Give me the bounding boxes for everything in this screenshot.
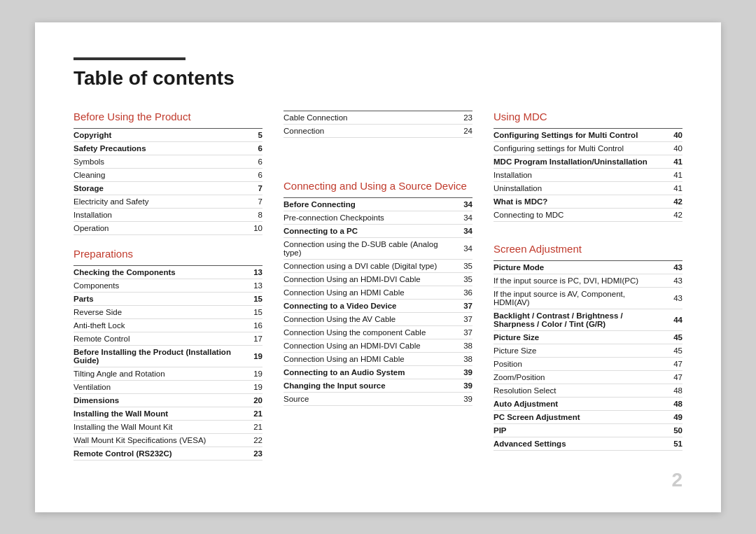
toc-label: Installing the Wall Mount Kit [74, 420, 234, 433]
toc-number: 34 [444, 224, 473, 237]
toc-number: 44 [654, 309, 683, 330]
toc-number: 23 [444, 111, 473, 124]
toc-number: 19 [234, 345, 263, 367]
toc-label: Cable Connection [284, 111, 444, 124]
toc-label: Electricity and Safety [74, 195, 234, 208]
toc-number: 21 [234, 420, 263, 433]
col1-section2-table: Checking the Components13Components13Par… [74, 265, 262, 461]
col1-section1-heading: Before Using the Product [74, 111, 262, 122]
col1-section2: Preparations Checking the Components13Co… [74, 248, 262, 461]
page-title: Table of contents [74, 67, 682, 90]
toc-number: 43 [654, 274, 683, 287]
title-bar [74, 57, 186, 60]
toc-label: Dimensions [74, 393, 234, 407]
toc-label: Installation [74, 208, 234, 221]
col1-section1-table: Copyright5Safety Precautions6Symbols6Cle… [74, 128, 262, 235]
toc-label: Pre-connection Checkpoints [284, 211, 444, 224]
toc-number: 42 [654, 208, 683, 221]
toc-number: 50 [654, 423, 683, 437]
toc-label: Connection Using an HDMI Cable [284, 352, 444, 365]
toc-label: Connection using a DVI cable (Digital ty… [284, 259, 444, 272]
toc-label: Configuring Settings for Multi Control [493, 128, 654, 141]
toc-label: Changing the Input source [284, 379, 444, 392]
toc-label: Connecting to a PC [284, 224, 444, 237]
col2: Cable Connection23Connection24 Connectin… [284, 111, 493, 473]
toc-label: Connecting to MDC [493, 208, 654, 221]
toc-number: 48 [654, 384, 683, 397]
toc-number: 35 [444, 272, 473, 286]
toc-number: 24 [444, 124, 473, 137]
toc-label: Zoom/Position [493, 370, 654, 384]
toc-label: Copyright [74, 128, 234, 141]
page-number: 2 [671, 469, 682, 491]
toc-number: 6 [234, 141, 263, 155]
toc-number: 35 [444, 259, 473, 272]
toc-label: Picture Mode [493, 260, 654, 274]
toc-number: 21 [234, 407, 263, 420]
toc-label: Parts [74, 292, 234, 305]
toc-number: 17 [234, 332, 263, 345]
toc-number: 41 [654, 155, 683, 168]
toc-number: 43 [654, 260, 683, 274]
page: Table of contents Before Using the Produ… [35, 22, 721, 512]
toc-number: 37 [444, 325, 473, 339]
toc-label: Cleaning [74, 168, 234, 181]
col3-section2-heading: Screen Adjustment [493, 243, 682, 255]
col3-section1-heading: Using MDC [493, 111, 682, 122]
toc-number: 42 [654, 195, 683, 208]
toc-number: 47 [654, 357, 683, 370]
col1-section1: Before Using the Product Copyright5Safet… [74, 111, 262, 235]
toc-number: 39 [444, 365, 473, 379]
toc-number: 37 [444, 312, 473, 325]
toc-label: Configuring settings for Multi Control [493, 141, 654, 155]
toc-label: PC Screen Adjustment [493, 410, 654, 423]
toc-number: 43 [654, 287, 683, 309]
toc-label: Picture Size [493, 344, 654, 357]
toc-number: 16 [234, 318, 263, 332]
toc-number: 19 [234, 380, 263, 393]
toc-label: Remote Control [74, 332, 234, 345]
toc-number: 15 [234, 292, 263, 305]
toc-number: 39 [444, 379, 473, 392]
toc-label: Picture Size [493, 330, 654, 344]
toc-label: Storage [74, 181, 234, 195]
toc-label: Components [74, 279, 234, 292]
toc-number: 38 [444, 352, 473, 365]
col3-section1-table: Configuring Settings for Multi Control40… [493, 128, 682, 222]
toc-number: 8 [234, 208, 263, 221]
toc-label: Connection Using an HDMI Cable [284, 286, 444, 299]
toc-label: Ventilation [74, 380, 234, 393]
toc-label: MDC Program Installation/Uninstallation [493, 155, 654, 168]
toc-number: 41 [654, 168, 683, 181]
toc-number: 19 [234, 367, 263, 380]
toc-number: 15 [234, 305, 263, 318]
toc-label: Connection Using an HDMI-DVI Cable [284, 339, 444, 352]
toc-number: 23 [234, 447, 263, 460]
toc-number: 34 [444, 197, 473, 211]
toc-number: 34 [444, 211, 473, 224]
col1: Before Using the Product Copyright5Safet… [74, 111, 284, 473]
toc-label: Connection [284, 124, 444, 137]
col2-section2-table: Before Connecting34Pre-connection Checkp… [284, 197, 472, 406]
toc-number: 37 [444, 299, 473, 312]
col3-section2: Screen Adjustment Picture Mode43If the i… [493, 243, 682, 451]
toc-number: 6 [234, 168, 263, 181]
toc-label: Connecting to a Video Device [284, 299, 444, 312]
col3: Using MDC Configuring Settings for Multi… [493, 111, 682, 473]
toc-label: Symbols [74, 155, 234, 168]
col2-section2-heading: Connecting and Using a Source Device [284, 180, 472, 192]
toc-label: Advanced Settings [493, 437, 654, 450]
toc-number: 13 [234, 265, 263, 279]
toc-label: Position [493, 357, 654, 370]
col2-section2: Connecting and Using a Source Device Bef… [284, 180, 472, 406]
toc-number: 47 [654, 370, 683, 384]
toc-columns: Before Using the Product Copyright5Safet… [74, 111, 682, 473]
col2-section1: Cable Connection23Connection24 [284, 111, 472, 138]
toc-label: Connecting to an Audio System [284, 365, 444, 379]
toc-label: Connection Using the component Cable [284, 325, 444, 339]
toc-label: Anti-theft Lock [74, 318, 234, 332]
toc-label: Uninstallation [493, 181, 654, 195]
toc-label: Remote Control (RS232C) [74, 447, 234, 460]
toc-number: 41 [654, 181, 683, 195]
toc-number: 34 [444, 237, 473, 259]
